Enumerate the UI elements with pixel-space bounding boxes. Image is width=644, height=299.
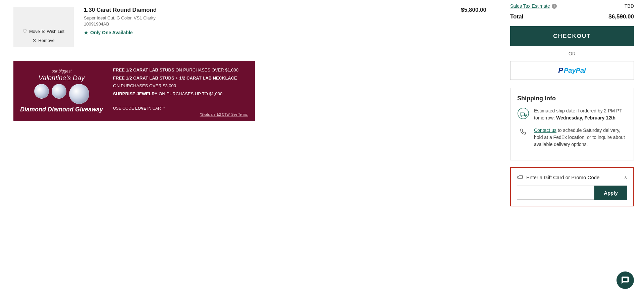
promo-code-input[interactable]	[517, 186, 594, 200]
chat-icon	[621, 276, 630, 285]
x-icon: ✕	[33, 38, 36, 43]
promo-diamonds-row	[34, 84, 89, 104]
product-subtitle: Super Ideal Cut, G Color, VS1 Clarity	[84, 15, 454, 20]
product-image-area: ♡ Move To Wish List ✕ Remove	[13, 7, 74, 47]
checkout-button[interactable]: CHECKOUT	[510, 26, 634, 46]
svg-rect-1	[520, 113, 525, 115]
tax-label[interactable]: Sales Tax Estimate i	[510, 3, 557, 9]
svg-point-2	[521, 115, 522, 116]
promo-input-row: Apply	[517, 186, 627, 200]
product-row: ♡ Move To Wish List ✕ Remove 1.30 Carat …	[13, 0, 486, 54]
product-sku: 10091904AB	[84, 21, 454, 27]
product-name: 1.30 Carat Round Diamond	[84, 7, 454, 13]
product-details: 1.30 Carat Round Diamond Super Ideal Cut…	[84, 7, 454, 35]
shipping-section: Shipping Info Estimated ship date if	[510, 88, 634, 160]
diamond-icon-3	[69, 84, 89, 104]
tax-row: Sales Tax Estimate i TBD	[510, 3, 634, 9]
shipping-text-2: Contact us to schedule Saturday delivery…	[534, 127, 627, 148]
promo-line-3-text: ON PURCHASES OVER $3,000	[113, 83, 176, 88]
promo-code-suffix: IN CART*	[146, 106, 165, 111]
remove-button[interactable]: ✕ Remove	[33, 37, 54, 44]
phone-icon	[517, 127, 529, 139]
or-divider: OR	[510, 51, 634, 56]
ship-date-bold: Wednesday, February 12th	[556, 115, 615, 120]
promo-code-section: 🏷 Enter a Gift Card or Promo Code ∧ Appl…	[510, 167, 634, 206]
diamond-icon-2	[52, 84, 66, 99]
paypal-button[interactable]: P PayPal	[510, 61, 634, 80]
svg-point-0	[518, 108, 529, 119]
tax-value: TBD	[625, 3, 634, 9]
total-row: Total $6,590.00	[510, 11, 634, 20]
total-label: Total	[510, 13, 523, 20]
promo-line-4-bold: SURPRISE JEWELRY	[113, 91, 157, 96]
promo-banner: our biggest Valentine's Day Diamond Diam…	[13, 61, 255, 121]
order-summary: Sales Tax Estimate i TBD Total $6,590.00…	[510, 0, 634, 206]
chat-bubble[interactable]	[616, 271, 634, 289]
giveaway-text: Diamond Giveaway	[48, 106, 103, 113]
wish-list-button[interactable]: ♡ Move To Wish List	[23, 27, 64, 35]
delivery-truck-icon	[517, 107, 529, 119]
promo-line-1-bold: FREE 1/2 CARAT LAB STUDS	[113, 67, 174, 72]
paypal-text: PayPal	[564, 67, 586, 74]
availability-text: Only One Available	[90, 30, 133, 35]
promo-line-2-bold: FREE 1/2 CARAT LAB STUDS + 1/2 CARAT LAB…	[113, 76, 237, 81]
promo-code-header[interactable]: 🏷 Enter a Gift Card or Promo Code ∧	[517, 174, 627, 181]
tag-icon: 🏷	[517, 174, 523, 181]
promo-code-label: Enter a Gift Card or Promo Code	[526, 175, 599, 180]
promo-code-value: LOVE	[135, 106, 146, 111]
right-panel: Sales Tax Estimate i TBD Total $6,590.00…	[500, 0, 644, 299]
product-price: $5,800.00	[461, 7, 486, 13]
total-value: $6,590.00	[608, 13, 634, 20]
shipping-title: Shipping Info	[517, 95, 627, 102]
promo-terms[interactable]: *Studs are 1/2 CTW. See Terms.	[113, 113, 248, 116]
promo-line-4: SURPRISE JEWELRY ON PURCHASES UP TO $1,0…	[113, 91, 248, 97]
tax-label-text: Sales Tax Estimate	[510, 3, 550, 9]
contact-us-link[interactable]: Contact us	[534, 128, 556, 133]
remove-label: Remove	[38, 38, 54, 43]
star-icon: ★	[84, 30, 88, 35]
diamond-text: Diamond	[20, 106, 48, 113]
use-code-text: USE CODE	[113, 106, 135, 111]
promo-banner-right: FREE 1/2 CARAT LAB STUDS ON PURCHASES OV…	[110, 61, 255, 121]
apply-button[interactable]: Apply	[594, 186, 627, 200]
promo-code-header-left: 🏷 Enter a Gift Card or Promo Code	[517, 174, 599, 181]
availability-badge: ★ Only One Available	[84, 30, 454, 35]
wish-list-label: Move To Wish List	[29, 29, 64, 34]
promo-line-4-rest: ON PURCHASES UP TO $1,000	[158, 91, 223, 96]
promo-banner-left: our biggest Valentine's Day Diamond Diam…	[13, 61, 110, 121]
shipping-row-2: Contact us to schedule Saturday delivery…	[517, 127, 627, 148]
shipping-row-1: Estimated ship date if ordered by 2 PM P…	[517, 107, 627, 121]
promo-code-line: USE CODE LOVE IN CART*	[113, 106, 248, 111]
paypal-p-icon: P	[558, 66, 563, 75]
promo-line-3: ON PURCHASES OVER $3,000	[113, 83, 248, 89]
diamond-icon-1	[34, 84, 49, 99]
promo-line-2: FREE 1/2 CARAT LAB STUDS + 1/2 CARAT LAB…	[113, 75, 248, 82]
heart-icon: ♡	[23, 29, 27, 34]
promo-line-1-rest: ON PURCHASES OVER $1,000	[174, 67, 238, 72]
info-icon[interactable]: i	[552, 4, 557, 9]
promo-our-biggest: our biggest	[52, 69, 71, 73]
promo-valentines: Valentine's Day	[39, 74, 85, 82]
shipping-text-1: Estimated ship date if ordered by 2 PM P…	[534, 107, 627, 121]
promo-giveaway: Diamond Diamond Giveaway	[20, 106, 103, 113]
paypal-logo: P PayPal	[558, 66, 586, 75]
chevron-up-icon: ∧	[624, 175, 627, 180]
promo-line-1: FREE 1/2 CARAT LAB STUDS ON PURCHASES OV…	[113, 67, 248, 73]
